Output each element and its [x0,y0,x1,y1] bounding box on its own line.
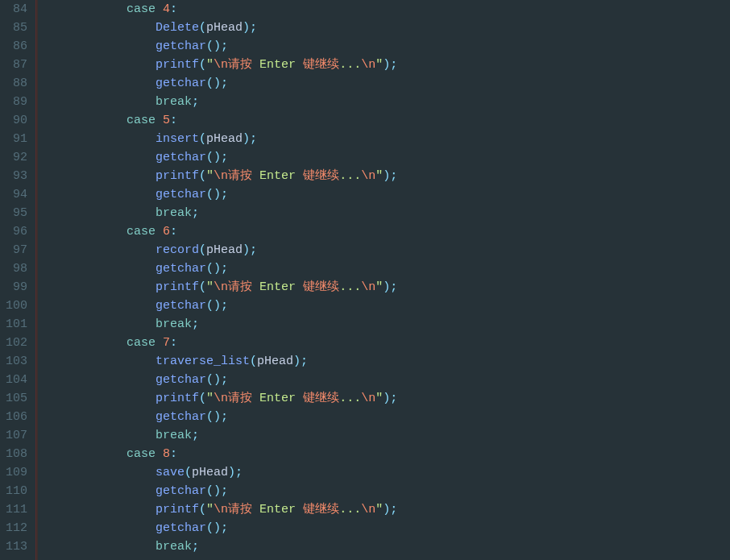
line-number: 113 [5,537,27,556]
line-number: 108 [5,445,27,463]
line-number: 101 [5,315,27,334]
call-line: getchar(); [39,371,397,389]
case-line: case 8: [39,445,397,463]
printf-line: printf("\n请按 Enter 键继续...\n"); [39,389,397,408]
break-line: break; [39,537,397,556]
break-line: break; [39,315,397,334]
code-area[interactable]: case 4: Delete(pHead); getchar(); printf… [38,0,397,560]
line-number: 91 [5,130,27,148]
printf-line: printf("\n请按 Enter 键继续...\n"); [39,167,397,185]
call-line: record(pHead); [39,241,397,259]
printf-line: printf("\n请按 Enter 键继续...\n"); [39,56,397,74]
line-number: 105 [5,389,27,408]
call-line: getchar(); [39,519,397,537]
printf-line: printf("\n请按 Enter 键继续...\n"); [39,500,397,519]
call-line: getchar(); [39,185,397,204]
break-line: break; [39,93,397,111]
call-line: save(pHead); [39,463,397,482]
line-number: 93 [5,167,27,185]
line-number: 97 [5,241,27,259]
line-number: 89 [5,93,27,111]
call-line: getchar(); [39,297,397,315]
call-line: getchar(); [39,74,397,93]
line-number: 96 [5,222,27,241]
call-line: traverse_list(pHead); [39,352,397,371]
line-number: 95 [5,204,27,222]
line-number: 86 [5,37,27,56]
line-number: 100 [5,297,27,315]
line-number: 87 [5,56,27,74]
case-line: case 6: [39,222,397,241]
case-line: case 7: [39,334,397,352]
line-number: 109 [5,463,27,482]
call-line: getchar(); [39,482,397,500]
line-number: 85 [5,19,27,37]
code-editor[interactable]: 8485868788899091929394959697989910010110… [0,0,730,560]
call-line: getchar(); [39,148,397,167]
line-number: 92 [5,148,27,167]
line-number: 90 [5,111,27,130]
line-number: 88 [5,74,27,93]
case-line: case 5: [39,111,397,130]
call-line: insert(pHead); [39,130,397,148]
line-number: 112 [5,519,27,537]
call-line: Delete(pHead); [39,19,397,37]
case-line: case 4: [39,0,397,19]
line-number: 111 [5,500,27,519]
line-number-gutter: 8485868788899091929394959697989910010110… [0,0,35,560]
call-line: getchar(); [39,259,397,278]
break-line: break; [39,204,397,222]
call-line: getchar(); [39,408,397,426]
line-number: 103 [5,352,27,371]
line-number: 107 [5,426,27,445]
break-line: break; [39,426,397,445]
line-number: 104 [5,371,27,389]
line-number: 102 [5,334,27,352]
line-number: 106 [5,408,27,426]
line-number: 98 [5,259,27,278]
line-number: 94 [5,185,27,204]
call-line: getchar(); [39,37,397,56]
line-number: 99 [5,278,27,297]
line-number: 84 [5,0,27,19]
line-number: 110 [5,482,27,500]
printf-line: printf("\n请按 Enter 键继续...\n"); [39,278,397,297]
